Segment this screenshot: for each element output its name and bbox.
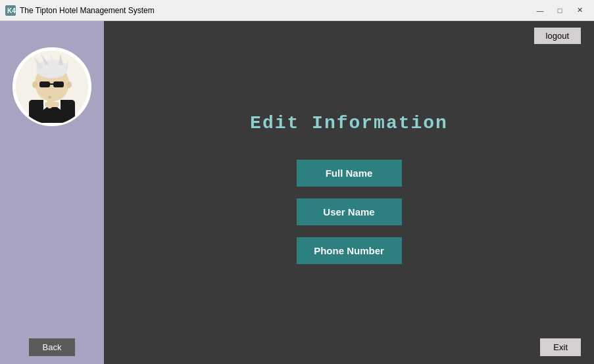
window-title: The Tipton Hotel Management System (20, 6, 155, 15)
avatar (12, 47, 91, 126)
svg-text:K4: K4 (7, 7, 16, 14)
phone-number-button[interactable]: Phone Number (297, 237, 402, 264)
minimize-button[interactable]: — (531, 3, 549, 18)
full-name-button[interactable]: Full Name (297, 160, 402, 187)
close-button[interactable]: ✕ (570, 3, 589, 18)
main-content: logout Edit Information Full Name User N… (104, 21, 594, 364)
avatar-image (16, 51, 88, 123)
svg-rect-14 (39, 81, 50, 87)
app-icon: K4 (5, 5, 16, 16)
title-bar-left: K4 The Tipton Hotel Management System (5, 5, 155, 16)
sidebar-bottom: Back (29, 338, 75, 356)
page-title: Edit Information (250, 113, 448, 133)
svg-point-17 (32, 81, 37, 88)
logout-button[interactable]: logout (534, 28, 581, 44)
title-bar: K4 The Tipton Hotel Management System — … (0, 0, 594, 21)
svg-rect-15 (53, 81, 64, 87)
user-name-button[interactable]: User Name (297, 198, 402, 225)
sidebar: Back (0, 21, 104, 364)
svg-rect-21 (48, 96, 51, 99)
svg-point-18 (66, 81, 72, 88)
back-button[interactable]: Back (29, 338, 75, 356)
window-controls: — □ ✕ (531, 3, 589, 18)
exit-button[interactable]: Exit (540, 338, 581, 356)
maximize-button[interactable]: □ (551, 3, 569, 18)
bottom-bar: Exit (540, 338, 581, 356)
app-window: Back logout Edit Information Full Name U… (0, 21, 594, 364)
top-bar: logout (117, 21, 581, 51)
form-area: Edit Information Full Name User Name Pho… (117, 51, 581, 364)
